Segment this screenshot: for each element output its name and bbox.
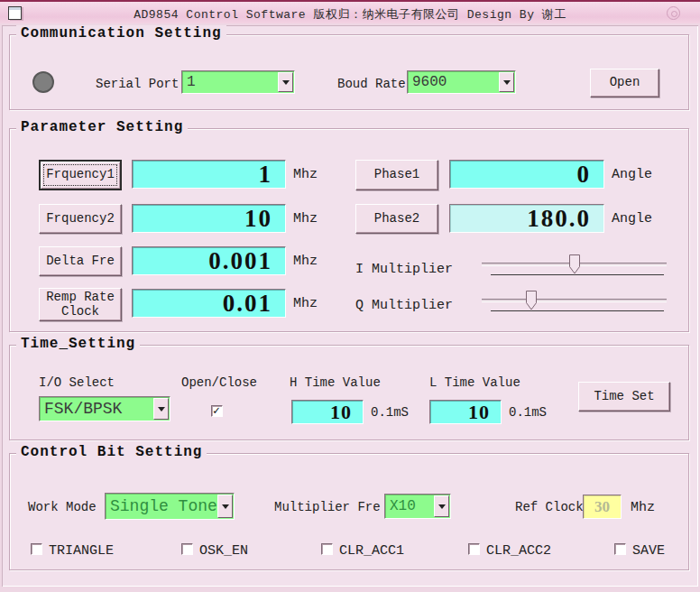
open-close-checkbox[interactable]	[211, 405, 223, 417]
phase1-button[interactable]: Phase1	[355, 160, 438, 190]
l-time-field[interactable]: 10	[429, 400, 502, 424]
group-title-parameter: Parameter Setting	[16, 119, 188, 135]
frequency2-field[interactable]: 10	[132, 204, 286, 233]
baud-rate-select[interactable]: 9600	[407, 70, 516, 94]
clr-acc1-checkbox-label: CLR_ACC1	[339, 543, 404, 559]
frequency2-button[interactable]: Frquency2	[39, 204, 122, 234]
phase1-field[interactable]: 0	[449, 160, 604, 189]
phase2-unit: Angle	[612, 211, 652, 227]
i-multiplier-slider[interactable]	[482, 254, 667, 278]
h-time-field[interactable]: 10	[291, 400, 364, 424]
time-setting-group: Time_Setting I/O Select Open/Close H Tim…	[9, 345, 689, 440]
l-time-label: L Time Value	[429, 375, 520, 390]
clr-acc1-checkbox[interactable]	[321, 543, 333, 555]
slider-thumb-icon	[569, 254, 580, 274]
multiplier-fre-dropdown[interactable]: X10	[384, 494, 451, 519]
time-set-button[interactable]: Time Set	[578, 382, 670, 412]
multiplier-fre-value: X10	[385, 498, 433, 514]
remp-rate-clock-field[interactable]: 0.01	[132, 289, 286, 318]
q-multiplier-label: Q Multiplier	[355, 298, 453, 313]
control-bit-setting-group: Control Bit Setting Work Mode Single Ton…	[9, 453, 689, 570]
frequency1-button[interactable]: Frquency1	[39, 160, 122, 190]
h-time-unit: 0.1mS	[371, 405, 409, 420]
arrow-down-glyph	[282, 80, 290, 85]
baud-rate-value: 9600	[408, 74, 498, 90]
arrow-down-glyph	[222, 504, 229, 509]
serial-port-select[interactable]: 1	[181, 70, 295, 94]
com-status-indicator	[32, 71, 54, 93]
group-title-communication: Communication Setting	[16, 25, 226, 42]
dropdown-arrow-icon[interactable]	[499, 72, 514, 92]
titlebar: AD9854 Control Software 版权归：纳米电子有限公司 Des…	[0, 0, 700, 23]
open-button[interactable]: Open	[590, 69, 659, 97]
window-title: AD9854 Control Software 版权归：纳米电子有限公司 Des…	[0, 6, 700, 23]
ref-clock-label: Ref Clock	[515, 500, 584, 514]
triangle-checkbox[interactable]	[31, 543, 42, 555]
phase1-unit: Angle	[612, 167, 652, 182]
slider-track	[482, 299, 667, 301]
slider-thumb[interactable]	[526, 291, 537, 310]
frequency2-unit: Mhz	[293, 211, 318, 227]
save-checkbox-label: SAVE	[632, 543, 665, 559]
h-time-label: H Time Value	[290, 375, 381, 390]
io-select-dropdown[interactable]: FSK/BPSK	[39, 396, 170, 421]
dropdown-arrow-icon[interactable]	[153, 398, 169, 420]
slider-thumb[interactable]	[569, 254, 580, 274]
communication-setting-group: Communication Setting Serial Port 1 Boud…	[9, 34, 689, 110]
remp-rate-clock-unit: Mhz	[293, 296, 318, 311]
ref-clock-unit: Mhz	[631, 500, 655, 515]
delta-fre-button[interactable]: Delta Fre	[39, 246, 122, 276]
io-select-value: FSK/BPSK	[40, 400, 152, 418]
osk-en-checkbox-label: OSK_EN	[199, 543, 248, 559]
work-mode-label: Work Mode	[28, 500, 97, 514]
frequency1-unit: Mhz	[293, 167, 318, 182]
serial-port-value: 1	[182, 74, 277, 90]
serial-port-label: Serial Port	[96, 77, 179, 91]
slider-underline	[491, 274, 664, 275]
save-checkbox[interactable]	[614, 543, 626, 555]
clr-acc2-checkbox[interactable]	[468, 543, 480, 555]
osk-en-checkbox[interactable]	[181, 543, 193, 555]
dropdown-arrow-icon[interactable]	[217, 495, 233, 518]
triangle-checkbox-label: TRIANGLE	[49, 543, 114, 559]
clr-acc2-checkbox-label: CLR_ACC2	[486, 543, 551, 559]
delta-fre-field[interactable]: 0.001	[132, 246, 286, 275]
arrow-down-glyph	[438, 504, 446, 509]
dropdown-arrow-icon[interactable]	[278, 72, 293, 92]
app-window: AD9854 Control Software 版权归：纳米电子有限公司 Des…	[0, 0, 700, 592]
arrow-down-glyph	[158, 407, 165, 412]
remp-rate-clock-button[interactable]: Remp Rate Clock	[39, 288, 122, 321]
baud-rate-label: Boud Rate	[337, 77, 406, 91]
titlebar-circle-icon[interactable]	[667, 6, 680, 20]
io-select-label: I/O Select	[39, 375, 115, 390]
frequency1-field[interactable]: 1	[132, 160, 286, 189]
group-title-control-bit: Control Bit Setting	[16, 444, 207, 460]
phase2-button[interactable]: Phase2	[355, 204, 438, 234]
ref-clock-field: 30	[583, 495, 622, 519]
group-title-time: Time_Setting	[16, 336, 140, 352]
q-multiplier-slider[interactable]	[482, 291, 667, 314]
delta-fre-unit: Mhz	[293, 254, 318, 269]
focus-rect	[43, 164, 117, 186]
work-mode-value: Single Tone	[106, 497, 216, 515]
multiplier-fre-label: Multiplier Fre	[274, 500, 381, 514]
dropdown-arrow-icon[interactable]	[434, 495, 449, 517]
i-multiplier-label: I Multiplier	[355, 262, 453, 277]
work-mode-dropdown[interactable]: Single Tone	[105, 493, 235, 520]
arrow-down-glyph	[503, 80, 511, 85]
slider-underline	[491, 310, 664, 311]
l-time-unit: 0.1mS	[509, 405, 547, 420]
open-close-label: Open/Close	[181, 375, 257, 390]
parameter-setting-group: Parameter Setting Frquency1 1 Mhz Frquen…	[9, 128, 689, 332]
phase2-field[interactable]: 180.0	[449, 204, 604, 233]
slider-thumb-icon	[526, 291, 537, 310]
